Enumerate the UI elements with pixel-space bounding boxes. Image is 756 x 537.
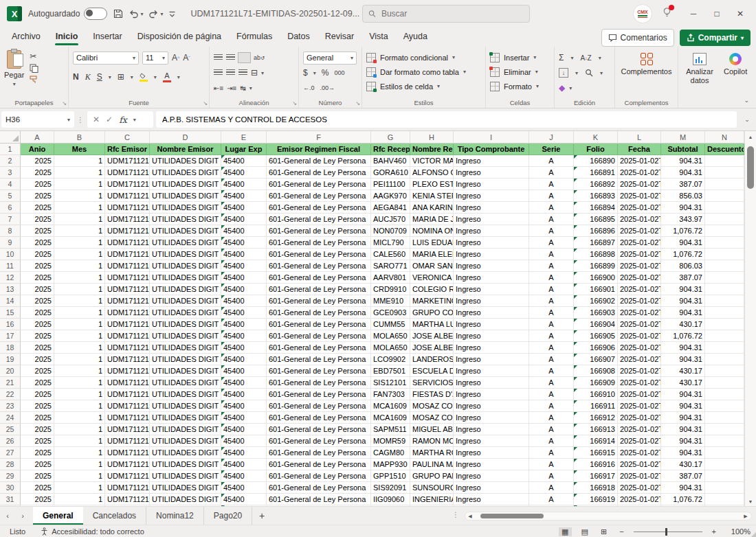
find-select-button[interactable] — [585, 69, 593, 77]
row-header[interactable]: 15 — [0, 307, 21, 319]
cell[interactable]: 166890 — [574, 155, 618, 167]
cell[interactable]: UDM171121L71 — [105, 272, 150, 284]
cell[interactable]: 601-General de Ley Persona — [267, 342, 371, 354]
cell[interactable]: GPP1510 — [371, 470, 410, 482]
cell[interactable]: A — [529, 272, 574, 284]
cell[interactable]: 2025-01-02T — [618, 342, 661, 354]
cell[interactable]: 601-General de Ley Persona — [267, 319, 371, 330]
cell[interactable]: IIG09060 — [371, 494, 410, 505]
sort-filter-button[interactable]: A↓Z — [580, 54, 591, 62]
cell[interactable]: 2025 — [21, 179, 54, 190]
cell[interactable]: AUCJ570 — [371, 214, 410, 225]
cell[interactable]: Ingreso — [454, 389, 529, 400]
cell[interactable]: A — [529, 155, 574, 167]
cell[interactable] — [705, 342, 744, 354]
column-header[interactable]: Anio — [21, 144, 54, 155]
row-header[interactable]: 4 — [0, 179, 21, 190]
row-header[interactable]: 23 — [0, 400, 21, 412]
cell[interactable]: 1 — [54, 354, 105, 365]
cell[interactable]: A — [529, 354, 574, 365]
cell[interactable]: 45400 — [221, 330, 267, 342]
confirm-entry-button[interactable]: ✓ — [106, 115, 113, 124]
cell[interactable] — [705, 494, 744, 505]
account-avatar[interactable]: CMX — [633, 4, 652, 23]
cell[interactable]: Ingreso — [454, 272, 529, 284]
sheet-tab-nomina12[interactable]: Nomina12 — [146, 507, 204, 525]
cell[interactable]: 45400 — [221, 494, 267, 505]
cell[interactable]: 45400 — [221, 190, 267, 202]
cell[interactable]: 2025-01-02T — [618, 295, 661, 307]
sheet-tab-pago20[interactable]: Pago20 — [204, 507, 252, 525]
cell[interactable]: ANA KARINA — [410, 202, 454, 214]
cell[interactable]: Ingreso — [454, 225, 529, 237]
delete-cells-button[interactable]: Eliminar ▾ — [490, 65, 550, 79]
cell[interactable]: Ingreso — [454, 424, 529, 435]
expand-formula-bar-chevron[interactable]: ⌄ — [740, 116, 755, 123]
cell[interactable]: UTILIDADES DIGIT — [150, 424, 221, 435]
fx-chevron[interactable]: ▾ — [133, 117, 136, 123]
column-letter[interactable]: F — [267, 131, 371, 144]
cut-button[interactable]: ✂ — [30, 52, 38, 61]
cell[interactable]: PLEXO ESTRU — [410, 179, 454, 190]
new-sheet-button[interactable]: + — [252, 510, 271, 521]
cell[interactable] — [705, 447, 744, 459]
cell[interactable]: MOSAZ CON — [410, 400, 454, 412]
cell[interactable]: 2025 — [21, 389, 54, 400]
currency-chevron[interactable]: ▾ — [313, 70, 316, 76]
column-letter[interactable]: I — [454, 131, 529, 144]
row-header[interactable]: 21 — [0, 377, 21, 389]
cell[interactable]: EBD7501 — [371, 365, 410, 377]
cell[interactable]: UDM171121L71 — [105, 260, 150, 272]
cell[interactable]: 2025 — [21, 482, 54, 494]
cell[interactable]: 166894 — [574, 202, 618, 214]
cell[interactable]: SERVICIOS IN — [410, 377, 454, 389]
cell[interactable]: Ingreso — [454, 237, 529, 249]
cell[interactable]: FAN7303 — [371, 389, 410, 400]
cell[interactable]: 601-General de Ley Persona — [267, 389, 371, 400]
cell[interactable]: 1 — [54, 319, 105, 330]
cell[interactable]: 45400 — [221, 155, 267, 167]
analyze-data-button[interactable]: Analizar datos — [682, 50, 717, 97]
cell[interactable]: 1 — [54, 225, 105, 237]
cell[interactable]: PAULINA MA — [410, 459, 454, 470]
maximize-button[interactable]: □ — [705, 0, 729, 27]
increase-decimal-button[interactable]: ←.0 — [303, 84, 315, 91]
cell[interactable]: 2025-01-02T — [618, 494, 661, 505]
cell[interactable] — [705, 377, 744, 389]
cell[interactable]: 2025-01-02T — [618, 284, 661, 295]
cell[interactable]: 601-General de Ley Persona — [267, 202, 371, 214]
cell[interactable]: 1 — [54, 424, 105, 435]
row-header[interactable]: 9 — [0, 237, 21, 249]
cell[interactable]: 601-General de Ley Persona — [267, 190, 371, 202]
underline-button[interactable]: S — [97, 72, 102, 82]
column-header[interactable]: Nombre Receptor — [410, 144, 454, 155]
cell[interactable]: 45400 — [221, 389, 267, 400]
cell[interactable]: 2025-01-02T — [618, 202, 661, 214]
cell[interactable]: 904.31 — [661, 284, 705, 295]
cell[interactable]: 601-General de Ley Persona — [267, 155, 371, 167]
fill-color-chevron[interactable]: ▾ — [154, 74, 157, 80]
cell[interactable]: Ingreso — [454, 470, 529, 482]
cell[interactable]: PEI11100 — [371, 179, 410, 190]
cell[interactable]: 2025 — [21, 435, 54, 447]
comments-button[interactable]: Comentarios — [601, 29, 674, 47]
cell[interactable]: 1 — [54, 400, 105, 412]
tab-archivo[interactable]: Archivo — [4, 27, 48, 47]
row-header[interactable]: 31 — [0, 494, 21, 505]
paste-button[interactable]: Pegar ▾ — [4, 50, 24, 87]
cell[interactable]: 904.31 — [661, 435, 705, 447]
cell[interactable]: UDM171121L71 — [105, 225, 150, 237]
cell[interactable]: ALFONSO GO — [410, 167, 454, 179]
cell[interactable]: 2025-01-02T — [618, 459, 661, 470]
cell[interactable]: 2025-01-02T — [618, 155, 661, 167]
undo-dropdown-chevron[interactable]: ▾ — [140, 11, 143, 17]
cell[interactable]: UTILIDADES DIGIT — [150, 389, 221, 400]
sheet-tab-general[interactable]: General — [33, 507, 83, 525]
cell[interactable]: 1,076.72 — [661, 225, 705, 237]
cell[interactable]: Ingreso — [454, 202, 529, 214]
cell[interactable]: Ingreso — [454, 167, 529, 179]
cell[interactable]: 2025 — [21, 249, 54, 260]
cell[interactable]: UDM171121L71 — [105, 295, 150, 307]
fill-button[interactable]: ↓ — [559, 68, 568, 78]
cell[interactable] — [705, 249, 744, 260]
